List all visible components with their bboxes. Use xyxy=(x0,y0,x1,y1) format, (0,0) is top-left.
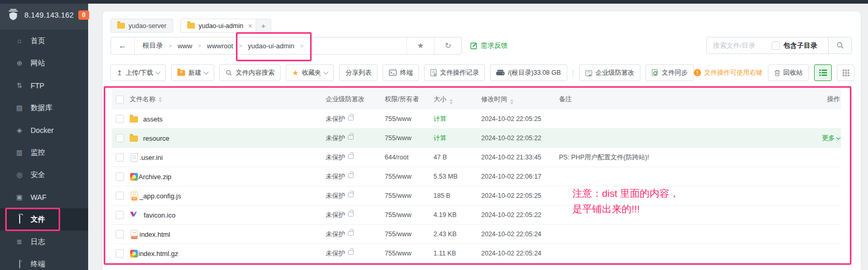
file-name[interactable]: index.html.gz xyxy=(138,250,178,258)
table-row-archive-zip[interactable]: Archive.zip 未保护 755/www 5.53 MB 2024-10-… xyxy=(112,167,841,186)
file-table: 文件名称 企业级防篡改 权限/所有者 大小 修改时间 备注 操作 assets … xyxy=(112,89,841,263)
list-view-button[interactable] xyxy=(814,64,832,81)
file-size: 2.43 KB xyxy=(433,231,481,238)
sidebar-item-waf[interactable]: ▣WAF xyxy=(0,186,88,208)
row-checkbox[interactable] xyxy=(116,115,124,123)
back-button[interactable]: ← xyxy=(111,37,135,54)
table-row-favicon-ico[interactable]: favicon.ico 未保护 755/www 4.19 KB 2024-10-… xyxy=(112,206,841,225)
sidebar-item-files[interactable]: 文件 xyxy=(0,208,88,231)
row-checkbox[interactable] xyxy=(116,211,124,219)
sidebar-item-label: 文件 xyxy=(31,215,45,224)
sidebar-item-website[interactable]: ⊕网站 xyxy=(0,52,88,74)
row-checkbox[interactable] xyxy=(116,192,124,200)
file-name[interactable]: .user.ini xyxy=(139,154,163,161)
table-row-index-html-gz[interactable]: index.html.gz 未保护 755/www 1.11 KB 2024-1… xyxy=(112,244,841,263)
security-icon: ◎ xyxy=(15,171,24,179)
sidebar-item-monitor[interactable]: ▥监控 xyxy=(0,141,88,164)
close-icon[interactable]: × xyxy=(248,22,252,30)
button-label: 终端 xyxy=(400,69,413,77)
size-calc-link[interactable]: 计算 xyxy=(433,115,446,123)
permission-owner: 755/www xyxy=(385,211,433,219)
chevron-right-icon: > xyxy=(239,43,242,49)
database-icon: ▤ xyxy=(15,104,24,112)
breadcrumb-yudao-ui-admin[interactable]: yudao-ui-admin xyxy=(248,42,295,50)
favorite-path-button[interactable]: ★ xyxy=(407,37,434,54)
sidebar-item-database[interactable]: ▤数据库 xyxy=(0,97,88,119)
tab-yudao-ui-admin[interactable]: yudao-ui-admin × xyxy=(180,19,259,33)
add-tab-button[interactable]: + xyxy=(256,19,271,33)
upload-download-button[interactable]: ↥ 上传/下载 xyxy=(110,64,166,81)
monitor-icon: ▥ xyxy=(15,148,24,156)
tab-yudao-server[interactable]: yudao-server xyxy=(110,19,173,33)
file-name[interactable]: Archive.zip xyxy=(138,173,172,181)
recycle-bin-button[interactable]: 回收站 xyxy=(768,64,809,81)
unlock-icon xyxy=(348,135,354,140)
search-icon xyxy=(226,70,232,76)
sidebar-item-terminal[interactable]: 终端 xyxy=(0,253,88,270)
new-folder-icon xyxy=(177,70,185,76)
tamper-proof-icon xyxy=(585,70,592,76)
file-name[interactable]: favicon.ico xyxy=(144,211,175,219)
search-input-area: 包含子目录 xyxy=(707,37,828,53)
favorites-button[interactable]: ★ 收藏夹 xyxy=(286,64,334,81)
select-all-checkbox[interactable] xyxy=(116,96,124,104)
include-subdir-checkbox[interactable] xyxy=(772,42,780,50)
search-input[interactable] xyxy=(712,41,768,50)
breadcrumb-www[interactable]: www xyxy=(177,42,192,50)
sidebar-item-docker[interactable]: ◈Docker xyxy=(0,119,88,141)
star-icon: ★ xyxy=(292,69,299,76)
table-row-resource[interactable]: resource 未保护 755/www 计算 2024-10-02 22:05… xyxy=(112,129,841,148)
disk-usage-button[interactable]: /(根目录)33.08 GB xyxy=(490,64,567,81)
share-list-button[interactable]: 分享列表 xyxy=(339,64,377,81)
size-calc-link[interactable]: 计算 xyxy=(433,134,446,142)
terminal-button[interactable]: 终端 xyxy=(383,64,419,81)
more-actions-link[interactable]: 更多 xyxy=(822,134,840,143)
file-size: 4.19 KB xyxy=(433,211,481,219)
archive-icon xyxy=(130,173,138,181)
file-operation-log-button[interactable]: 文件操作记录 xyxy=(424,64,485,81)
refresh-button[interactable]: ↻ xyxy=(434,37,461,54)
breadcrumb-wwwroot[interactable]: wwwroot xyxy=(207,42,233,50)
sidebar-item-security[interactable]: ◎安全 xyxy=(0,164,88,186)
table-row-index-html[interactable]: index.html 未保护 755/www 2.43 KB 2024-10-0… xyxy=(112,225,841,244)
notification-badge[interactable]: 0 xyxy=(78,10,89,20)
sort-icon[interactable] xyxy=(450,99,453,104)
file-name[interactable]: assets xyxy=(143,115,163,123)
hint-label: 文件操作可使用右键 xyxy=(704,69,763,77)
search-button[interactable] xyxy=(828,37,851,53)
breadcrumb-root[interactable]: 根目录 xyxy=(143,41,163,50)
file-sync-button[interactable]: 文件同步 xyxy=(646,64,694,81)
server-ip[interactable]: 8.149.143.162 xyxy=(24,11,74,19)
tamper-proof-button[interactable]: 企业级防篡改 xyxy=(579,64,640,81)
button-label: 文件内容搜索 xyxy=(235,69,274,77)
grid-view-button[interactable] xyxy=(837,64,855,81)
baota-shield-logo-icon xyxy=(7,8,20,21)
tamper-status: 未保护 xyxy=(326,154,345,161)
search-group: 包含子目录 xyxy=(706,37,852,54)
sort-icon[interactable] xyxy=(510,99,513,104)
folder-icon xyxy=(15,215,24,223)
tamper-status: 未保护 xyxy=(326,250,345,257)
header-action: 操作 xyxy=(793,95,841,104)
feedback-link[interactable]: 需求反馈 xyxy=(470,41,508,50)
sidebar-item-logs[interactable]: ≣日志 xyxy=(0,231,88,253)
sidebar-header: 8.149.143.162 0 xyxy=(0,0,88,30)
sidebar-item-ftp[interactable]: ⇅FTP xyxy=(0,74,88,97)
row-checkbox[interactable] xyxy=(116,134,124,142)
sort-icon[interactable] xyxy=(159,97,162,102)
file-name[interactable]: index.html xyxy=(139,231,170,238)
row-checkbox[interactable] xyxy=(116,153,124,161)
sidebar-item-home[interactable]: ⌂首页 xyxy=(0,30,88,52)
row-checkbox[interactable] xyxy=(116,172,124,181)
file-name[interactable]: _app.config.js xyxy=(139,192,181,200)
row-checkbox[interactable] xyxy=(116,249,124,258)
content-search-button[interactable]: 文件内容搜索 xyxy=(219,64,281,81)
sidebar-item-label: 日志 xyxy=(31,237,45,247)
new-file-button[interactable]: 新建 xyxy=(171,64,214,81)
table-row-user-ini[interactable]: .user.ini 未保护 644/root 47 B 2024-10-02 2… xyxy=(112,148,841,167)
table-row-app-config-js[interactable]: _app.config.js 未保护 755/www 185 B 2024-10… xyxy=(112,186,841,206)
file-name[interactable]: resource xyxy=(143,134,170,142)
table-row-assets[interactable]: assets 未保护 755/www 计算 2024-10-02 22:05:2… xyxy=(112,110,841,129)
docker-icon: ◈ xyxy=(15,126,24,134)
row-checkbox[interactable] xyxy=(116,230,124,238)
